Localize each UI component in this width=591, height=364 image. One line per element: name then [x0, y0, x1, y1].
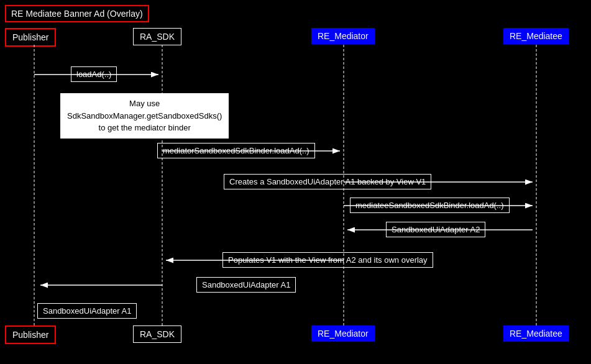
actor-mediator-bottom: RE_Mediator	[311, 325, 375, 342]
actor-rasdk-top: RA_SDK	[133, 28, 181, 45]
msg-sandboxed-a1-return: SandboxedUiAdapter A1	[196, 277, 296, 293]
actor-publisher-bottom: Publisher	[5, 325, 56, 344]
msg-sandboxed-a1-left: SandboxedUiAdapter A1	[37, 303, 137, 319]
actor-publisher-top: Publisher	[5, 28, 56, 47]
msg-populates-v1: Populates V1 with the View from A2 and i…	[222, 252, 433, 268]
msg-mediator-binder-load: mediatorSandboxedSdkBinder.loadAd(..)	[157, 143, 315, 158]
actor-mediator-top: RE_Mediator	[311, 28, 375, 44]
msg-creates-sandboxed: Creates a SandboxedUiAdapter A1 backed b…	[224, 174, 431, 189]
actor-mediatee-top: RE_Mediatee	[503, 28, 569, 44]
msg-sandboxed-a2: SandboxedUiAdapter A2	[386, 222, 485, 237]
title-text: RE Mediatee Banner Ad (Overlay)	[11, 9, 143, 19]
msg-may-use: May use SdkSandboxManager.getSandboxedSd…	[60, 93, 229, 139]
msg-mediatee-binder-load: mediateeSandboxedSdkBinder.loadAd(..)	[350, 198, 510, 213]
msg-load-ad: loadAd(..)	[71, 66, 117, 82]
title-box: RE Mediatee Banner Ad (Overlay)	[5, 5, 149, 22]
actor-rasdk-bottom: RA_SDK	[133, 325, 181, 343]
actor-mediatee-bottom: RE_Mediatee	[503, 325, 569, 342]
